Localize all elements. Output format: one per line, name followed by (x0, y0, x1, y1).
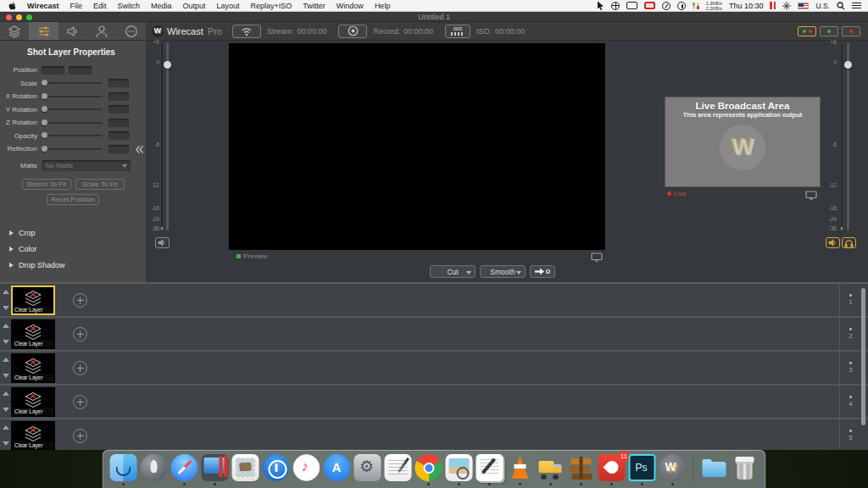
dock-item-wirecast[interactable] (659, 454, 687, 486)
layer-move-down-button[interactable] (3, 340, 9, 344)
live-audio-mute-button[interactable] (826, 237, 840, 248)
mute-button[interactable] (155, 237, 170, 248)
toggle-preview-view[interactable] (820, 26, 838, 36)
dock-item-preview[interactable] (446, 454, 473, 486)
slider-knob[interactable] (42, 146, 47, 152)
transition-cut-button[interactable]: Cut (430, 265, 476, 278)
dock-item-safari[interactable] (171, 454, 198, 486)
menu-item-edit[interactable]: Edit (93, 2, 107, 10)
menu-item-twitter[interactable]: Twitter (303, 2, 326, 10)
cursor-icon[interactable] (597, 1, 604, 10)
transition-smooth-button[interactable]: Smooth (480, 265, 526, 278)
minimize-button[interactable] (16, 14, 22, 20)
layer-move-down-button[interactable] (3, 408, 9, 412)
shot-thumbnail[interactable]: Clear Layer (11, 387, 55, 417)
dock-item-pocket[interactable]: 11 (598, 454, 626, 486)
add-shot-button[interactable] (73, 327, 87, 341)
scale-slider[interactable] (42, 82, 103, 84)
vpn-status-icon[interactable] (611, 2, 620, 10)
fader-knob[interactable] (164, 61, 171, 69)
slider-knob[interactable] (42, 80, 47, 86)
live-broadcast-area[interactable]: Live Broadcast Area This area represents… (665, 97, 821, 187)
dock-item-transmit[interactable] (537, 454, 565, 486)
menu-item-help[interactable]: Help (375, 2, 391, 10)
collapse-panel-button[interactable] (135, 142, 144, 158)
toggle-preview-live-view[interactable] (798, 26, 816, 36)
matte-select[interactable]: No Matte (42, 160, 131, 171)
reflection-slider[interactable] (42, 148, 103, 150)
add-shot-button[interactable] (73, 395, 87, 409)
stretch-to-fit-button[interactable]: Stretch To Fit (22, 179, 71, 190)
slider-knob[interactable] (42, 132, 47, 138)
title-bar[interactable]: Untitled 1 (0, 12, 868, 22)
x-rotation-value-field[interactable] (108, 92, 129, 101)
network-throughput[interactable]: 1.3KB/s 2.2KB/s (706, 1, 722, 11)
layer-move-down-button[interactable] (3, 374, 9, 378)
x-rotation-slider[interactable] (42, 96, 103, 97)
close-button[interactable] (6, 14, 12, 20)
go-transition-button[interactable] (530, 265, 555, 278)
z-rotation-value-field[interactable] (108, 119, 129, 127)
layer-move-up-button[interactable] (3, 391, 9, 396)
input-source-flag-icon[interactable] (798, 3, 809, 9)
zoom-button[interactable] (26, 14, 32, 20)
fan-control-icon[interactable] (782, 2, 791, 10)
menu-item-layout[interactable]: Layout (217, 2, 240, 10)
shot-thumbnail[interactable]: Clear Layer (11, 319, 55, 349)
dock-item-pages[interactable] (476, 454, 504, 486)
layer-move-down-button[interactable] (3, 441, 9, 446)
layer-move-up-button[interactable] (3, 425, 9, 430)
section-crop[interactable]: Crop (0, 225, 146, 241)
menu-item-replay-iso[interactable]: Replay+ISO (251, 2, 292, 10)
slider-knob[interactable] (42, 93, 47, 99)
screen-share-icon[interactable] (644, 2, 655, 9)
volume-fader[interactable] (847, 42, 849, 230)
dock-item-finder[interactable] (110, 454, 137, 486)
system-monitor-icon[interactable] (693, 2, 699, 9)
apple-menu[interactable] (8, 1, 16, 10)
y-rotation-slider[interactable] (42, 108, 103, 110)
shot-thumbnail[interactable]: Clear Layer (11, 421, 55, 450)
add-shot-button[interactable] (73, 293, 87, 308)
reflection-value-field[interactable] (108, 145, 129, 153)
tab-shot-layers[interactable] (0, 22, 29, 40)
shot-thumbnail[interactable]: Clear Layer (11, 286, 55, 315)
tab-presenter[interactable] (87, 22, 116, 40)
dock-item-downloads[interactable] (701, 454, 728, 486)
menu-item-output[interactable]: Output (183, 2, 206, 10)
layer-move-up-button[interactable] (3, 324, 9, 328)
fader-knob[interactable] (844, 61, 852, 69)
volume-fader[interactable] (166, 42, 169, 230)
z-rotation-slider[interactable] (42, 122, 103, 124)
menu-item-media[interactable]: Media (151, 2, 172, 10)
opacity-value-field[interactable] (108, 131, 129, 140)
battery-percent-icon[interactable] (662, 2, 670, 10)
dock-item-app-store[interactable] (324, 454, 351, 486)
opacity-slider[interactable] (42, 135, 103, 136)
stream-button[interactable] (232, 25, 261, 38)
shot-thumbnail[interactable]: Clear Layer (11, 353, 55, 383)
menu-item-switch[interactable]: Switch (117, 2, 140, 10)
menu-clock[interactable]: Thu 10:30 (729, 2, 764, 10)
dock-item-1password[interactable] (263, 454, 290, 486)
dock-item-archive-manager[interactable] (568, 454, 595, 486)
menu-item-file[interactable]: File (70, 2, 82, 10)
iso-record-button[interactable]: ISO (445, 25, 470, 38)
slider-knob[interactable] (42, 119, 47, 125)
tab-shot-layer-properties[interactable] (29, 22, 58, 40)
input-source-label[interactable]: U.S. (815, 2, 830, 10)
dock-item-system-preferences[interactable] (354, 454, 381, 486)
notification-center-icon[interactable] (852, 2, 861, 9)
display-menu-icon[interactable] (626, 2, 637, 9)
onepassword-menu-icon[interactable] (677, 2, 686, 10)
dock-item-photoshop[interactable] (629, 454, 656, 486)
section-drop-shadow[interactable]: Drop Shadow (0, 257, 146, 273)
layer-move-up-button[interactable] (3, 290, 9, 294)
dock-item-itunes[interactable] (293, 454, 320, 486)
spotlight-icon[interactable] (837, 2, 845, 10)
preview-canvas[interactable] (229, 43, 605, 250)
dock-item-parallels-desktop[interactable] (202, 454, 229, 486)
layers-scrollbar[interactable] (861, 288, 865, 425)
dock-item-launchpad[interactable] (141, 454, 168, 486)
add-shot-button[interactable] (73, 361, 87, 375)
